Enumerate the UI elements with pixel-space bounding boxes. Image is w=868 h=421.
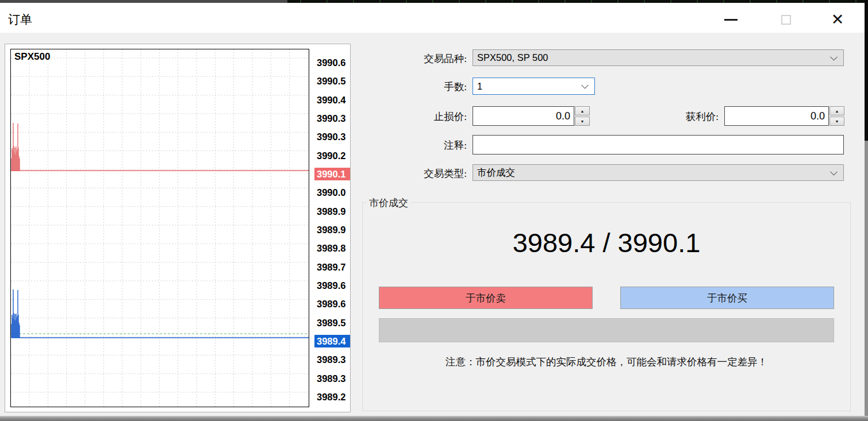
background-window-right-edge	[865, 0, 868, 141]
titlebar: 订单 ✕	[0, 3, 865, 33]
bid-ask-quote: 3989.4 / 3990.1	[363, 227, 850, 258]
price-scale-label: 3990.4	[314, 94, 351, 106]
spin-down-button[interactable]: ▼	[829, 117, 844, 126]
price-scale-label: 3990.1	[314, 168, 351, 180]
spin-down-button[interactable]: ▼	[575, 117, 590, 126]
price-scale-label: 3990.6	[314, 56, 351, 69]
price-scale-label: 3989.9	[314, 205, 351, 218]
window-title: 订单	[8, 11, 32, 28]
price-scale-label: 3989.6	[314, 279, 351, 292]
price-scale-label: 3990.5	[314, 75, 351, 87]
price-scale-label: 3989.5	[314, 316, 351, 329]
spin-up-button[interactable]: ▲	[575, 106, 590, 115]
symbol-value: SPX500, SP 500	[477, 52, 548, 63]
volume-label: 手数:	[352, 80, 467, 94]
order-type-value: 市价成交	[477, 167, 515, 179]
market-execution-group: 市价成交 3989.4 / 3990.1 于市价卖 于市价买 注意：市价交易模式…	[362, 202, 851, 411]
maximize-icon	[781, 15, 791, 25]
group-title: 市价成交	[366, 196, 411, 210]
stoploss-input[interactable]	[473, 106, 574, 126]
chevron-down-icon	[830, 168, 838, 175]
comment-input[interactable]	[473, 135, 844, 155]
tick-chart-plot: SPX500	[10, 49, 309, 407]
price-scale-label: 3989.7	[314, 261, 351, 273]
order-type-combobox[interactable]: 市价成交	[473, 164, 844, 181]
price-scale-label: 3989.1	[314, 409, 351, 412]
takeprofit-input[interactable]	[724, 106, 829, 126]
volume-combobox[interactable]: 1	[473, 78, 595, 95]
price-scale-label: 3989.4	[314, 335, 351, 347]
chevron-down-icon	[581, 82, 589, 89]
takeprofit-spinner: ▲ ▼	[829, 106, 844, 126]
price-scale-label: 3990.2	[314, 149, 351, 162]
price-scale: 3990.63990.53990.43990.33990.33990.23990…	[311, 44, 351, 412]
market-warning-note: 注意：市价交易模式下的实际成交价格，可能会和请求价格有一定差异！	[363, 355, 850, 369]
spin-up-button[interactable]: ▲	[829, 106, 844, 115]
chevron-down-icon	[830, 53, 838, 60]
symbol-label: 交易品种:	[352, 52, 467, 65]
price-scale-label: 3989.3	[314, 353, 351, 366]
price-scale-label: 3990.0	[314, 186, 351, 199]
price-scale-label: 3989.8	[314, 242, 351, 254]
price-scale-label: 3989.2	[314, 391, 351, 403]
minimize-icon	[724, 19, 738, 21]
order-dialog: 订单 ✕ SPX500 3990.63990.53990.43990.33990…	[0, 0, 868, 421]
order-type-label: 交易类型:	[352, 167, 467, 180]
symbol-combobox[interactable]: SPX500, SP 500	[473, 49, 844, 66]
comment-label: 注释:	[352, 138, 467, 152]
price-scale-label: 3990.3	[314, 130, 351, 143]
buy-by-market-button[interactable]: 于市价买	[620, 287, 834, 309]
stoploss-spinner: ▲ ▼	[575, 106, 590, 126]
maximize-button[interactable]	[773, 10, 799, 29]
volume-value: 1	[477, 81, 482, 92]
minimize-button[interactable]	[717, 10, 744, 29]
tick-chart-svg	[11, 49, 309, 407]
window-bottom-edge	[0, 416, 868, 421]
price-scale-label: 3989.6	[314, 298, 351, 310]
stoploss-label: 止损价:	[352, 110, 467, 123]
chart-symbol-label: SPX500	[13, 51, 51, 63]
price-scale-label: 3990.3	[314, 112, 351, 125]
background-scrollbar-sliver	[865, 141, 868, 421]
execution-progress-bar	[379, 318, 834, 342]
close-button[interactable]: ✕	[823, 9, 852, 30]
price-scale-label: 3989.3	[314, 372, 351, 385]
takeprofit-label: 获利价:	[604, 110, 719, 123]
tick-chart-panel: SPX500 3990.63990.53990.43990.33990.3399…	[5, 44, 351, 412]
sell-by-market-button[interactable]: 于市价卖	[379, 287, 593, 309]
price-scale-label: 3989.9	[314, 223, 351, 236]
